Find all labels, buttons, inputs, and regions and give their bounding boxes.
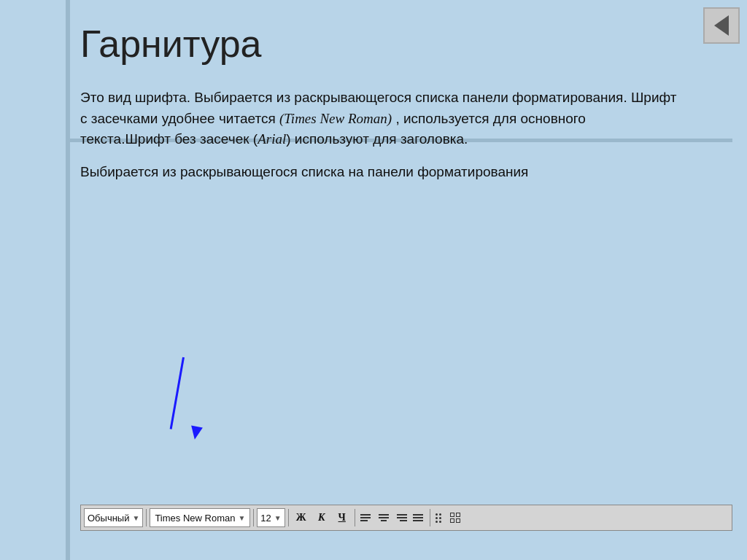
body-paragraph-1: Это вид шрифта. Выбирается из раскрывающ…: [80, 88, 678, 150]
size-dropdown[interactable]: 12 ▼: [257, 508, 285, 527]
italic-label: К: [318, 512, 325, 524]
justify-button[interactable]: [411, 508, 427, 527]
underline-label: Ч: [338, 512, 346, 524]
justify-icon-2: [413, 517, 423, 518]
align-right-icon: [397, 514, 407, 516]
left-stripe: [66, 0, 70, 560]
toolbar-divider-4: [355, 509, 355, 526]
toolbar-divider-1: [146, 509, 147, 526]
style-dropdown-arrow-icon: ▼: [132, 514, 139, 522]
align-center-icon: [379, 514, 389, 516]
toolbar-divider-3: [288, 509, 289, 526]
spacing-dot: [439, 521, 441, 523]
arrow-pointer: [146, 357, 149, 438]
align-left-button[interactable]: [358, 508, 374, 527]
body-text-italic-tnr: (Times New Roman): [279, 111, 392, 126]
align-center-icon-2: [379, 517, 389, 518]
formatting-toolbar: Обычный ▼ Times New Roman ▼ 12 ▼ Ж К Ч: [80, 505, 732, 531]
spacing-dot: [436, 513, 438, 516]
spacing-dot: [436, 521, 438, 523]
style-label: Обычный: [88, 513, 129, 524]
spacing-row-3: [436, 521, 444, 523]
spacing-dot: [436, 517, 438, 519]
align-right-icon-3: [400, 520, 407, 521]
align-left-icon-2: [360, 517, 371, 518]
slide-content: Гарнитура Это вид шрифта. Выбирается из …: [80, 22, 732, 545]
line-spacing-button[interactable]: [433, 508, 446, 527]
size-dropdown-arrow-icon: ▼: [274, 514, 282, 522]
bold-label: Ж: [296, 512, 306, 524]
align-center-button[interactable]: [376, 508, 392, 527]
font-dropdown[interactable]: Times New Roman ▼: [150, 508, 250, 527]
align-left-icon: [360, 514, 371, 516]
spacing-dot: [439, 517, 441, 519]
slide-title: Гарнитура: [80, 22, 732, 66]
borders-icon: [450, 513, 460, 523]
justify-icon-3: [413, 520, 423, 521]
toolbar-divider-5: [430, 509, 430, 526]
arrow-head-icon: [189, 426, 203, 441]
spacing-dot: [439, 513, 441, 516]
align-right-icon-2: [397, 517, 407, 518]
italic-button[interactable]: К: [312, 508, 331, 527]
underline-button[interactable]: Ч: [333, 508, 352, 527]
size-label: 12: [260, 513, 271, 524]
font-dropdown-arrow-icon: ▼: [238, 514, 245, 522]
toolbar-divider-2: [253, 509, 254, 526]
borders-button[interactable]: [448, 508, 462, 527]
body-text-1c: ) используют для заголовка.: [286, 131, 468, 147]
style-dropdown[interactable]: Обычный ▼: [84, 508, 143, 527]
spacing-row-2: [436, 517, 444, 519]
align-center-icon-3: [381, 520, 387, 521]
bold-button[interactable]: Ж: [292, 508, 311, 527]
font-label: Times New Roman: [155, 513, 235, 524]
spacing-row-1: [436, 513, 444, 516]
body-paragraph-2: Выбирается из раскрывающегося списка на …: [80, 162, 678, 183]
justify-icon: [413, 514, 423, 516]
align-right-button[interactable]: [393, 508, 409, 527]
align-left-icon-3: [360, 520, 368, 521]
body-text-italic-arial: Arial: [258, 131, 286, 147]
